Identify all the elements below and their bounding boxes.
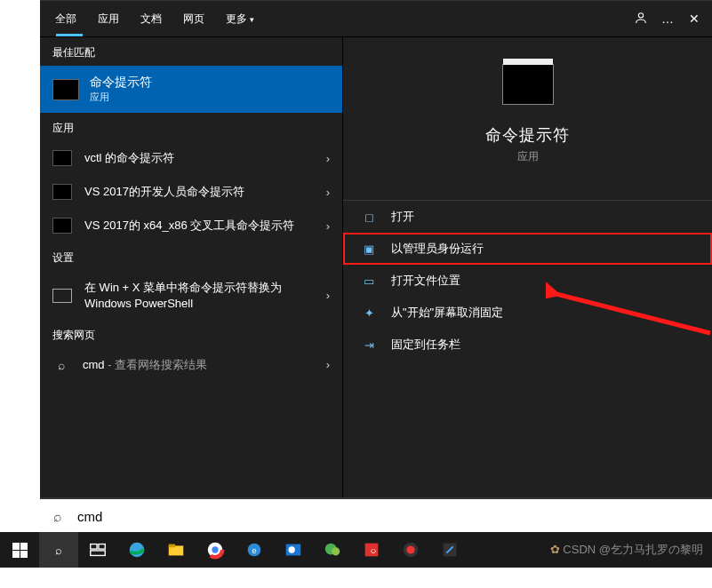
tab-web[interactable]: 网页 <box>172 1 215 36</box>
action-pin-taskbar[interactable]: ⇥ 固定到任务栏 <box>343 329 712 361</box>
section-best: 最佳匹配 <box>40 37 342 66</box>
preview-pane: 命令提示符 应用 ◻ 打开 ▣ 以管理员身份运行 ▭ 打开文件位置 ✦ <box>343 37 712 499</box>
monitor-icon <box>52 289 72 303</box>
web-item-label: cmd - 查看网络搜索结果 <box>83 357 321 373</box>
taskbar-explorer[interactable] <box>156 532 196 568</box>
taskbar-search[interactable]: ⌕ <box>39 532 78 568</box>
app-item[interactable]: VS 2017的 x64_x86 交叉工具命令提示符 › <box>40 209 342 242</box>
unpin-icon: ✦ <box>361 306 377 320</box>
chevron-right-icon: › <box>326 219 330 233</box>
open-icon: ◻ <box>361 211 377 224</box>
tab-more[interactable]: 更多 ▾ <box>215 1 265 36</box>
taskbar-edge[interactable] <box>117 532 156 568</box>
results-list: 最佳匹配 命令提示符 应用 应用 vctl 的命令提示符 › VS 2017的开… <box>40 37 343 499</box>
tab-docs[interactable]: 文档 <box>130 1 172 36</box>
action-label: 从"开始"屏幕取消固定 <box>391 305 503 321</box>
svg-rect-4 <box>91 551 106 556</box>
action-unpin-start[interactable]: ✦ 从"开始"屏幕取消固定 <box>343 297 712 329</box>
svg-point-0 <box>638 12 643 17</box>
taskbar-outlook[interactable] <box>274 532 313 568</box>
preview-app-icon <box>502 64 554 105</box>
chevron-right-icon: › <box>326 152 330 165</box>
action-open-location[interactable]: ▭ 打开文件位置 <box>343 265 712 297</box>
action-label: 以管理员身份运行 <box>391 241 484 257</box>
best-match-item[interactable]: 命令提示符 应用 <box>40 66 342 113</box>
more-menu-icon[interactable]: … <box>654 12 681 26</box>
preview-subtitle: 应用 <box>517 149 539 164</box>
cmd-icon <box>52 79 79 100</box>
search-icon: ⌕ <box>52 358 70 372</box>
chevron-right-icon: › <box>326 186 330 199</box>
app-item-label: vctl 的命令提示符 <box>84 150 321 166</box>
web-item[interactable]: ⌕ cmd - 查看网络搜索结果 › <box>40 348 342 382</box>
action-label: 固定到任务栏 <box>391 337 460 353</box>
watermark: ✿ CSDN @乞力马扎罗の黎明 <box>550 542 712 558</box>
action-label: 打开文件位置 <box>391 273 460 289</box>
svg-rect-3 <box>99 544 105 550</box>
action-run-as-admin[interactable]: ▣ 以管理员身份运行 <box>343 233 712 265</box>
action-list: ◻ 打开 ▣ 以管理员身份运行 ▭ 打开文件位置 ✦ 从"开始"屏幕取消固定 ⇥ <box>343 200 712 361</box>
admin-icon: ▣ <box>361 242 377 256</box>
svg-point-14 <box>289 546 295 552</box>
chevron-right-icon: › <box>326 289 330 302</box>
taskbar: ⌕ e ပ ✿ CSDN @乞力马扎罗の黎明 <box>0 532 712 568</box>
app-item-label: VS 2017的 x64_x86 交叉工具命令提示符 <box>84 218 321 234</box>
cmd-icon <box>52 184 72 200</box>
folder-icon: ▭ <box>361 274 377 288</box>
chevron-right-icon: › <box>326 358 330 371</box>
best-match-title: 命令提示符 <box>90 75 152 91</box>
pin-icon: ⇥ <box>361 338 377 352</box>
section-web: 搜索网页 <box>40 320 342 348</box>
taskbar-app1[interactable]: ပ <box>352 532 391 568</box>
close-icon[interactable]: ✕ <box>681 12 708 26</box>
taskbar-app2[interactable] <box>391 532 430 568</box>
cmd-icon <box>52 150 72 166</box>
tab-all[interactable]: 全部 <box>44 1 87 36</box>
preview-title: 命令提示符 <box>485 124 570 146</box>
cmd-icon <box>52 218 72 234</box>
search-bar[interactable]: ⌕ <box>40 497 712 534</box>
action-open[interactable]: ◻ 打开 <box>343 201 712 233</box>
taskbar-chrome[interactable] <box>196 532 235 568</box>
svg-rect-7 <box>169 544 175 548</box>
svg-rect-2 <box>91 544 97 550</box>
svg-point-20 <box>406 545 414 553</box>
svg-text:ပ: ပ <box>366 545 377 556</box>
start-button[interactable] <box>0 532 39 568</box>
tab-apps[interactable]: 应用 <box>87 1 130 36</box>
svg-point-10 <box>212 546 218 552</box>
section-settings: 设置 <box>40 242 342 271</box>
action-label: 打开 <box>391 209 414 225</box>
app-item[interactable]: VS 2017的开发人员命令提示符 › <box>40 175 342 209</box>
app-item-label: VS 2017的开发人员命令提示符 <box>84 184 321 200</box>
search-panel: 全部 应用 文档 网页 更多 ▾ … ✕ 最佳匹配 命令提示符 应用 应用 vc… <box>40 0 712 498</box>
app-item[interactable]: vctl 的命令提示符 › <box>40 141 342 175</box>
svg-text:e: e <box>252 546 256 555</box>
search-tabs: 全部 应用 文档 网页 更多 ▾ … ✕ <box>40 1 712 37</box>
taskbar-app3[interactable] <box>430 532 469 568</box>
setting-item-label: 在 Win + X 菜单中将命令提示符替换为 Windows PowerShel… <box>84 280 321 311</box>
section-apps: 应用 <box>40 113 342 141</box>
best-match-subtitle: 应用 <box>90 91 152 104</box>
taskbar-wechat[interactable] <box>313 532 352 568</box>
task-view[interactable] <box>78 532 117 568</box>
taskbar-ie[interactable]: e <box>235 532 274 568</box>
feedback-icon[interactable] <box>628 11 654 28</box>
search-icon: ⌕ <box>40 509 76 525</box>
search-input[interactable] <box>76 503 712 531</box>
setting-item[interactable]: 在 Win + X 菜单中将命令提示符替换为 Windows PowerShel… <box>40 271 342 320</box>
svg-point-16 <box>332 547 340 555</box>
